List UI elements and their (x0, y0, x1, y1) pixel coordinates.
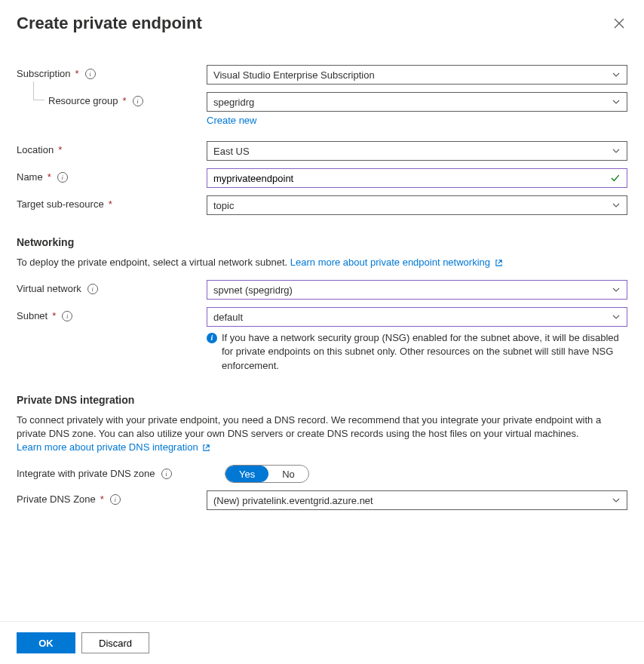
resource-group-select[interactable]: spegridrg (207, 92, 627, 112)
info-icon[interactable]: i (57, 172, 68, 183)
chevron-down-icon (612, 146, 621, 155)
required-icon: * (58, 144, 62, 155)
networking-link-text: Learn more about private endpoint networ… (290, 257, 490, 268)
subnet-value: default (213, 312, 243, 323)
dns-learn-more-link[interactable]: Learn more about private DNS integration (17, 441, 210, 453)
subnet-note: If you have a network security group (NS… (222, 331, 627, 373)
info-icon[interactable]: i (85, 69, 96, 79)
external-link-icon (495, 259, 503, 267)
info-icon[interactable]: i (62, 311, 72, 321)
discard-button[interactable]: Discard (81, 632, 149, 653)
networking-learn-more-link[interactable]: Learn more about private endpoint networ… (290, 257, 503, 268)
close-button[interactable] (611, 15, 627, 32)
chevron-down-icon (612, 70, 621, 79)
integrate-label: Integrate with private DNS zone (17, 468, 155, 479)
subscription-select[interactable]: Visual Studio Enterprise Subscription (207, 65, 627, 85)
toggle-no[interactable]: No (268, 466, 308, 482)
external-link-icon (202, 444, 210, 452)
info-solid-icon: i (207, 333, 217, 343)
subnet-label: Subnet (17, 310, 48, 321)
name-label: Name (17, 171, 43, 183)
location-select[interactable]: East US (207, 141, 627, 161)
info-icon[interactable]: i (110, 494, 121, 505)
target-sub-resource-select[interactable]: topic (207, 195, 627, 215)
integrate-toggle: Yes No (225, 465, 309, 483)
required-icon: * (123, 95, 127, 106)
resource-group-value: spegridrg (213, 97, 254, 108)
page-title: Create private endpoint (17, 14, 202, 33)
required-icon: * (75, 68, 79, 79)
chevron-down-icon (612, 496, 621, 505)
dns-zone-label: Private DNS Zone (17, 493, 96, 505)
ok-button[interactable]: OK (17, 632, 75, 653)
check-icon (610, 173, 621, 183)
dns-zone-value: (New) privatelink.eventgrid.azure.net (213, 495, 373, 506)
chevron-down-icon (612, 285, 621, 294)
required-icon: * (52, 310, 56, 321)
networking-text: To deploy the private endpoint, select a… (17, 257, 290, 268)
dns-zone-select[interactable]: (New) privatelink.eventgrid.azure.net (207, 490, 627, 510)
subnet-select[interactable]: default (207, 307, 627, 327)
subscription-label: Subscription (17, 68, 71, 79)
target-sub-resource-label: Target sub-resource (17, 198, 104, 210)
create-new-link[interactable]: Create new (207, 115, 256, 126)
info-icon[interactable]: i (87, 284, 98, 294)
virtual-network-value: spvnet (spegridrg) (213, 284, 293, 296)
target-sub-resource-value: topic (213, 200, 234, 211)
chevron-down-icon (612, 97, 621, 106)
chevron-down-icon (612, 201, 621, 210)
networking-heading: Networking (17, 236, 627, 248)
info-icon[interactable]: i (161, 469, 172, 479)
required-icon: * (48, 171, 51, 183)
name-input-wrapper (207, 168, 627, 188)
virtual-network-label: Virtual network (17, 283, 81, 294)
required-icon: * (100, 493, 104, 505)
dns-text: To connect privately with your private e… (17, 414, 601, 439)
chevron-down-icon (612, 312, 621, 321)
location-label: Location (17, 144, 54, 155)
required-icon: * (109, 198, 112, 210)
virtual-network-select[interactable]: spvnet (spegridrg) (207, 280, 627, 300)
info-icon[interactable]: i (133, 96, 143, 106)
dns-link-text: Learn more about private DNS integration (17, 441, 198, 453)
toggle-yes[interactable]: Yes (225, 466, 268, 482)
subscription-value: Visual Studio Enterprise Subscription (213, 69, 375, 81)
name-input[interactable] (213, 173, 610, 184)
resource-group-label: Resource group (48, 95, 118, 106)
close-icon (614, 18, 624, 29)
location-value: East US (213, 146, 250, 157)
dns-heading: Private DNS integration (17, 394, 627, 406)
